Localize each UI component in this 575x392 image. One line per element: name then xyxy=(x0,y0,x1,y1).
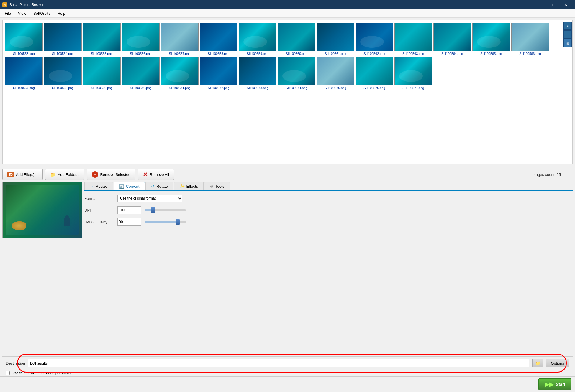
thumbnail-image xyxy=(356,57,393,85)
thumbnail-label: SH100563.png xyxy=(394,52,432,56)
thumbnail-label: SH100564.png xyxy=(433,52,471,56)
options-button[interactable]: Options xyxy=(546,359,569,367)
add-folder-icon: 📁 xyxy=(50,172,56,177)
add-files-button[interactable]: 🖼 Add File(s)... xyxy=(2,169,43,180)
thumbnail-label: SH100554.png xyxy=(44,52,82,56)
tab-resize[interactable]: ↔ Resize xyxy=(84,182,113,190)
thumbnail-image xyxy=(122,57,160,85)
thumbnail-label: SH100577.png xyxy=(394,86,432,90)
remove-all-label: Remove All xyxy=(150,172,169,177)
thumbnail-label: SH100571.png xyxy=(161,86,199,90)
list-item[interactable]: SH100566.png xyxy=(511,23,549,56)
list-item[interactable]: SH100573.png xyxy=(239,57,276,90)
thumbnail-label: SH100567.png xyxy=(5,86,43,90)
app-title: Batch Picture Resizer xyxy=(9,3,43,7)
list-item[interactable]: SH100567.png xyxy=(5,57,43,90)
list-item[interactable]: SH100572.png xyxy=(200,57,237,90)
jpeg-quality-label: JPEG Quality xyxy=(84,220,114,224)
thumbnail-image xyxy=(472,23,510,51)
list-item[interactable]: SH100562.png xyxy=(356,23,393,56)
menu-file[interactable]: File xyxy=(1,10,14,17)
list-item[interactable]: SH100557.png xyxy=(161,23,199,56)
tab-effects[interactable]: ✨ Effects xyxy=(174,182,204,190)
list-item[interactable]: SH100575.png xyxy=(317,57,354,90)
settings-panel: ↔ Resize 🔄 Convert ↺ Rotate ✨ Effects xyxy=(84,182,573,354)
thumbnail-image xyxy=(239,23,276,51)
list-item[interactable]: SH100564.png xyxy=(433,23,471,56)
remove-all-button[interactable]: ✕ Remove All xyxy=(138,169,174,180)
list-item[interactable]: SH100571.png xyxy=(161,57,199,90)
tools-icon: ⚙ xyxy=(210,184,214,189)
list-item[interactable]: SH100577.png xyxy=(394,57,432,90)
start-button[interactable]: ▶▶ Start xyxy=(538,378,571,390)
tab-convert[interactable]: 🔄 Convert xyxy=(114,182,145,190)
destination-input[interactable] xyxy=(28,359,529,367)
destination-section: Destination 📁 Options Use folder structu… xyxy=(2,356,573,376)
dpi-input[interactable] xyxy=(117,206,141,214)
bottom-panel: ↔ Resize 🔄 Convert ↺ Rotate ✨ Effects xyxy=(0,182,575,356)
thumbnail-label: SH100565.png xyxy=(472,52,510,56)
list-item[interactable]: SH100559.png xyxy=(239,23,276,56)
rotate-icon: ↺ xyxy=(151,184,155,189)
thumbnail-image xyxy=(394,23,432,51)
list-item[interactable]: SH100570.png xyxy=(122,57,160,90)
destination-bar: Destination 📁 Options xyxy=(2,356,573,370)
menu-view[interactable]: View xyxy=(14,10,30,17)
list-item[interactable]: SH100558.png xyxy=(200,23,237,56)
thumbnail-label: SH100556.png xyxy=(122,52,160,56)
thumbnail-label: SH100555.png xyxy=(83,52,121,56)
menu-help[interactable]: Help xyxy=(54,10,69,17)
thumbnail-label: SH100573.png xyxy=(239,86,276,90)
thumbnail-label: SH100557.png xyxy=(161,52,199,56)
dpi-slider[interactable] xyxy=(145,209,186,211)
thumbnail-label: SH100572.png xyxy=(200,86,237,90)
jpeg-quality-input[interactable] xyxy=(117,218,141,226)
image-grid: SH100553.pngSH100554.pngSH100555.pngSH10… xyxy=(5,23,570,90)
list-item[interactable]: SH100569.png xyxy=(83,57,121,90)
thumbnail-label: SH100566.png xyxy=(511,52,549,56)
list-item[interactable]: SH100563.png xyxy=(394,23,432,56)
browse-button[interactable]: 📁 xyxy=(532,359,543,367)
remove-selected-button[interactable]: ✕ Remove Selected xyxy=(87,169,135,180)
thumbnail-label: SH100561.png xyxy=(317,52,354,56)
list-item[interactable]: SH100560.png xyxy=(278,23,315,56)
list-item[interactable]: SH100574.png xyxy=(278,57,315,90)
start-icon: ▶▶ xyxy=(545,381,553,388)
thumbnail-image xyxy=(317,57,354,85)
bullet-view-icon[interactable]: ⁞ xyxy=(563,30,572,39)
minimize-button[interactable]: — xyxy=(530,0,543,9)
list-item[interactable]: SH100561.png xyxy=(317,23,354,56)
thumbnail-image xyxy=(317,23,354,51)
list-item[interactable]: SH100568.png xyxy=(44,57,82,90)
thumbnail-image xyxy=(239,57,276,85)
images-count: Images count: 25 xyxy=(531,172,561,177)
thumbnail-image xyxy=(394,57,432,85)
list-item[interactable]: SH100576.png xyxy=(356,57,393,90)
list-view-icon[interactable]: ≡ xyxy=(563,22,572,30)
list-item[interactable]: SH100565.png xyxy=(472,23,510,56)
thumbnail-image xyxy=(44,57,82,85)
thumbnail-image xyxy=(5,23,43,51)
list-item[interactable]: SH100554.png xyxy=(44,23,82,56)
window-controls: — □ ✕ xyxy=(530,0,573,9)
close-button[interactable]: ✕ xyxy=(559,0,573,9)
thumbnail-image xyxy=(83,23,121,51)
list-item[interactable]: SH100553.png xyxy=(5,23,43,56)
list-item[interactable]: SH100555.png xyxy=(83,23,121,56)
folder-structure-checkbox[interactable] xyxy=(6,371,10,375)
list-item[interactable]: SH100556.png xyxy=(122,23,160,56)
format-select[interactable]: Use the original format JPEG PNG BMP GIF… xyxy=(117,195,182,202)
format-label: Format xyxy=(84,196,114,201)
jpeg-slider[interactable] xyxy=(145,221,186,223)
add-folder-button[interactable]: 📁 Add Folder... xyxy=(45,169,85,180)
tab-rotate[interactable]: ↺ Rotate xyxy=(145,182,173,190)
maximize-button[interactable]: □ xyxy=(544,0,558,9)
tab-tools[interactable]: ⚙ Tools xyxy=(204,182,230,190)
effects-icon: ✨ xyxy=(180,184,185,189)
menu-softorbits[interactable]: SoftOrbits xyxy=(30,10,54,17)
dpi-label: DPI xyxy=(84,208,114,213)
thumbnail-image xyxy=(278,57,315,85)
jpeg-quality-row: JPEG Quality xyxy=(84,218,573,226)
grid-view-icon[interactable]: ⊞ xyxy=(563,39,572,47)
thumbnail-label: SH100569.png xyxy=(83,86,121,90)
